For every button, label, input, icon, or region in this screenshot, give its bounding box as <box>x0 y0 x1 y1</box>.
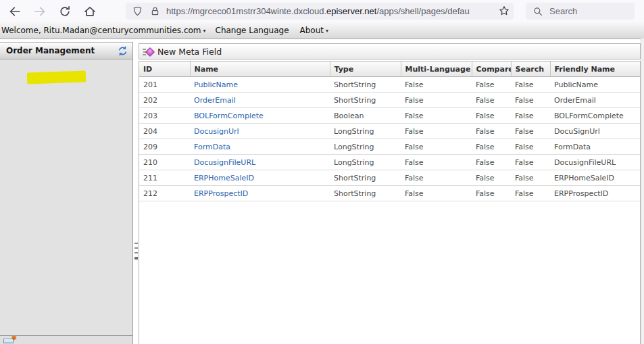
cell-name: ERPProspectID <box>190 186 330 201</box>
cell-friendly-name: OrderEmail <box>550 93 640 108</box>
cell-search: False <box>511 186 550 201</box>
cell-type: ShortString <box>330 170 401 186</box>
forward-icon[interactable] <box>34 5 46 18</box>
cell-friendly-name: DocuSignUrl <box>550 124 640 139</box>
cell-id: 201 <box>139 77 190 93</box>
meta-fields-panel: IDNameTypeMulti-LanguageCompareSearchFri… <box>139 61 641 344</box>
meta-field-name-link[interactable]: OrderEmail <box>194 96 236 105</box>
cell-compare: False <box>472 77 511 93</box>
cell-id: 204 <box>139 124 190 139</box>
cell-id: 209 <box>139 139 190 155</box>
welcome-label: Welcome, Ritu.Madan@centurycommunities.c… <box>1 26 201 35</box>
user-menu[interactable]: Welcome, Ritu.Madan@centurycommunities.c… <box>1 26 206 35</box>
cell-type: ShortString <box>330 186 401 201</box>
cell-search: False <box>511 155 550 170</box>
browser-window: https://mgrceco01mstrr304winte.dxcloud.e… <box>0 0 644 344</box>
table-row: 204DocusignUrlLongStringFalseFalseFalseD… <box>139 124 640 139</box>
url-bar[interactable]: https://mgrceco01mstrr304winte.dxcloud.e… <box>126 3 514 20</box>
cell-name: FormData <box>190 139 330 155</box>
cell-multi-language: False <box>401 93 472 108</box>
cell-compare: False <box>472 139 511 155</box>
url-truncation-fade <box>478 3 496 19</box>
url-path: /apps/shell/pages/defau <box>376 6 469 16</box>
search-icon <box>533 7 543 16</box>
cell-type: Boolean <box>330 108 401 124</box>
cell-type: LongString <box>330 155 401 170</box>
table-row: 203BOLFormCompleteBooleanFalseFalseFalse… <box>139 108 640 124</box>
meta-field-name-link[interactable]: FormData <box>194 143 230 151</box>
table-row: 212ERPProspectIDShortStringFalseFalseFal… <box>139 186 640 201</box>
cell-type: LongString <box>330 124 401 139</box>
refresh-icon[interactable] <box>118 46 128 56</box>
meta-field-name-link[interactable]: ERPProspectID <box>194 189 248 198</box>
new-item-icon <box>143 47 154 57</box>
browser-search-bar[interactable] <box>526 3 635 20</box>
nav-buttons <box>9 0 96 22</box>
reload-icon[interactable] <box>59 5 71 18</box>
search-input[interactable] <box>548 5 625 17</box>
about-menu[interactable]: About▾ <box>300 26 329 35</box>
cell-multi-language: False <box>401 77 472 93</box>
cell-compare: False <box>472 93 511 108</box>
cell-friendly-name: ERPHomeSaleID <box>550 170 640 186</box>
table-row: 209FormDataLongStringFalseFalseFalseForm… <box>139 139 640 155</box>
meta-field-name-link[interactable]: ERPHomeSaleID <box>194 174 254 182</box>
admin-mode-icon[interactable]: ✱ <box>3 337 20 344</box>
column-header-id[interactable]: ID <box>139 62 190 77</box>
chevron-down-icon: ▾ <box>203 28 206 34</box>
column-header-search[interactable]: Search <box>511 62 550 77</box>
column-header-compare[interactable]: Compare <box>472 62 511 77</box>
cell-multi-language: False <box>401 186 472 201</box>
column-header-multi-language[interactable]: Multi-Language <box>401 62 472 77</box>
actions-toolbar: New Meta Field <box>139 43 641 59</box>
browser-toolbar: https://mgrceco01mstrr304winte.dxcloud.e… <box>0 0 644 23</box>
lock-icon[interactable] <box>150 6 160 16</box>
sidebar-header: Order Management <box>0 42 132 59</box>
cell-multi-language: False <box>401 170 472 186</box>
cell-id: 212 <box>139 186 190 201</box>
table-row: 201PublicNameShortStringFalseFalseFalseP… <box>139 77 640 93</box>
column-header-name[interactable]: Name <box>190 62 330 77</box>
cell-friendly-name: DocusignFileURL <box>550 155 640 170</box>
cell-name: OrderEmail <box>190 93 330 108</box>
url-domain: episerver.net <box>326 6 376 16</box>
about-label: About <box>300 26 324 35</box>
cell-type: ShortString <box>330 93 401 108</box>
cell-multi-language: False <box>401 124 472 139</box>
cell-friendly-name: FormData <box>550 139 640 155</box>
cell-multi-language: False <box>401 108 472 124</box>
back-icon[interactable] <box>9 5 21 18</box>
meta-field-name-link[interactable]: DocusignUrl <box>194 127 239 136</box>
new-meta-field-label: New Meta Field <box>157 47 222 57</box>
new-star-icon: ✱ <box>11 336 17 341</box>
cell-name: DocusignFileURL <box>190 155 330 170</box>
url-text: https://mgrceco01mstrr304winte.dxcloud.e… <box>166 6 470 16</box>
cell-search: False <box>511 170 550 186</box>
column-header-friendly-name[interactable]: Friendly Name <box>550 62 640 77</box>
bookmark-star-icon[interactable] <box>499 5 510 16</box>
cell-multi-language: False <box>401 139 472 155</box>
table-row: 210DocusignFileURLLongStringFalseFalseFa… <box>139 155 640 170</box>
new-meta-field-button[interactable]: New Meta Field <box>143 47 222 57</box>
shield-icon[interactable] <box>132 6 143 16</box>
cell-compare: False <box>472 155 511 170</box>
url-subdomain: https://mgrceco01mstrr304winte.dxcloud. <box>166 6 326 16</box>
sidebar-footer: ✱ <box>0 336 132 344</box>
scrollbar-track[interactable] <box>641 39 644 344</box>
meta-field-name-link[interactable]: BOLFormComplete <box>194 112 264 120</box>
cell-compare: False <box>472 124 511 139</box>
meta-field-name-link[interactable]: DocusignFileURL <box>194 158 255 167</box>
change-language-link[interactable]: Change Language <box>216 26 289 35</box>
home-icon[interactable] <box>84 5 96 18</box>
cell-name: BOLFormComplete <box>190 108 330 124</box>
table-row: 211ERPHomeSaleIDShortStringFalseFalseFal… <box>139 170 640 186</box>
cell-name: DocusignUrl <box>190 124 330 139</box>
cell-name: ERPHomeSaleID <box>190 170 330 186</box>
cell-compare: False <box>472 170 511 186</box>
column-header-type[interactable]: Type <box>330 62 401 77</box>
cell-name: PublicName <box>190 77 330 93</box>
meta-field-name-link[interactable]: PublicName <box>194 80 238 89</box>
cell-search: False <box>511 77 550 93</box>
cell-search: False <box>511 124 550 139</box>
cell-compare: False <box>472 108 511 124</box>
